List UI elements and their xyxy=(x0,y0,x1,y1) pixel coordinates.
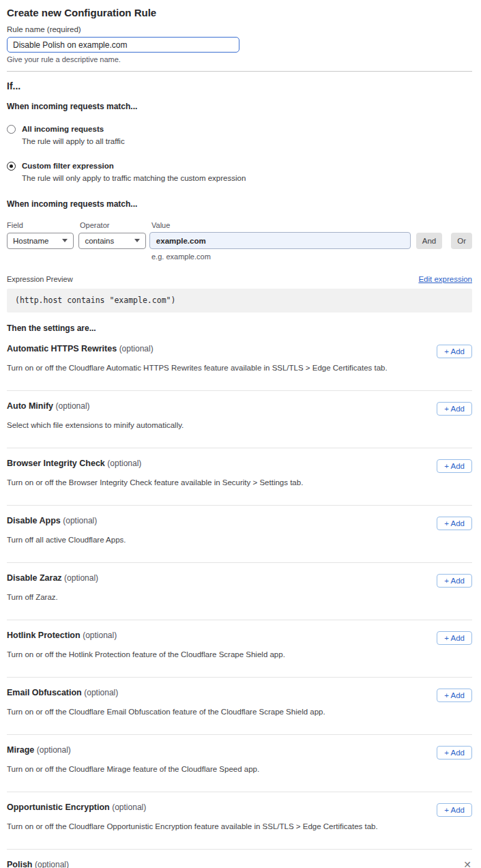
operator-select[interactable]: contains xyxy=(78,233,145,249)
then-settings-heading: Then the settings are... xyxy=(7,323,472,334)
expression-preview-label: Expression Preview xyxy=(7,275,73,283)
setting-description: Turn on or off the Cloudflare Opportunis… xyxy=(7,822,472,831)
setting-title: Browser Integrity Check (optional) xyxy=(7,458,141,469)
setting-description: Turn on or off the Cloudflare Automatic … xyxy=(7,363,472,373)
setting-polish: Polish (optional) ✕ Change the settings … xyxy=(7,850,472,868)
setting-name: Mirage xyxy=(7,745,34,755)
field-label: Field xyxy=(7,221,80,229)
expression-preview-code: (http.host contains "example.com") xyxy=(7,289,472,313)
setting-optional-tag: (optional) xyxy=(64,573,98,583)
add-setting-button[interactable]: + Add xyxy=(437,689,472,702)
setting-optional-tag: (optional) xyxy=(119,344,154,353)
value-helper: e.g. example.com xyxy=(151,252,472,261)
value-input[interactable] xyxy=(149,232,411,249)
settings-list: Automatic HTTPS Rewrites (optional) + Ad… xyxy=(7,334,472,850)
setting-title: Email Obfuscation (optional) xyxy=(7,687,118,698)
incoming-requests-match-heading: When incoming requests match... xyxy=(7,102,472,112)
add-setting-button[interactable]: + Add xyxy=(437,631,472,645)
operator-label: Operator xyxy=(80,221,151,229)
expression-preview-row: Expression Preview Edit expression xyxy=(7,275,472,283)
setting-optional-tag: (optional) xyxy=(35,860,69,868)
setting-title: Disable Zaraz (optional) xyxy=(7,573,98,583)
expression-builder-row: Hostname contains And Or xyxy=(7,232,472,249)
add-setting-button[interactable]: + Add xyxy=(437,345,472,358)
setting-row: Email Obfuscation (optional) + Add Turn … xyxy=(7,678,472,735)
setting-row: Mirage (optional) + Add Turn on or off t… xyxy=(7,735,472,792)
setting-description: Turn on or off the Hotlink Protection fe… xyxy=(7,650,472,659)
setting-optional-tag: (optional) xyxy=(84,688,118,697)
setting-row: Opportunistic Encryption (optional) + Ad… xyxy=(7,792,472,850)
setting-description: Turn off Zaraz. xyxy=(7,592,472,602)
setting-row: Disable Zaraz (optional) + Add Turn off … xyxy=(7,563,472,620)
radio-button-icon[interactable] xyxy=(7,125,16,134)
setting-row: Auto Minify (optional) + Add Select whic… xyxy=(7,391,472,448)
add-setting-button[interactable]: + Add xyxy=(437,803,472,817)
expression-builder-heading: When incoming requests match... xyxy=(7,199,472,209)
setting-description: Turn on or off the Cloudflare Mirage fea… xyxy=(7,764,472,774)
setting-name: Polish xyxy=(7,860,33,868)
rule-name-label: Rule name (required) xyxy=(7,25,472,34)
setting-name: Auto Minify xyxy=(7,401,53,411)
operator-select-value: contains xyxy=(85,237,114,245)
setting-title: Auto Minify (optional) xyxy=(7,401,90,411)
setting-name: Disable Apps xyxy=(7,516,61,525)
setting-title: Mirage (optional) xyxy=(7,744,71,755)
page-title: Create new Configuration Rule xyxy=(7,6,472,19)
setting-title: Automatic HTTPS Rewrites (optional) xyxy=(7,343,154,354)
setting-title: Opportunistic Encryption (optional) xyxy=(7,802,146,813)
chevron-down-icon xyxy=(134,239,140,242)
radio-option-description: The rule will only apply to traffic matc… xyxy=(22,173,246,183)
field-select[interactable]: Hostname xyxy=(7,233,74,249)
expression-builder-labels: Field Operator Value xyxy=(7,221,472,229)
setting-optional-tag: (optional) xyxy=(107,459,141,468)
rule-name-helper: Give your rule a descriptive name. xyxy=(7,55,472,64)
setting-description: Select which file extensions to minify a… xyxy=(7,420,472,430)
radio-option-label: Custom filter expression xyxy=(22,161,246,171)
radio-option-custom-filter-expression[interactable]: Custom filter expression The rule will o… xyxy=(7,161,472,183)
setting-optional-tag: (optional) xyxy=(83,631,117,640)
and-button[interactable]: And xyxy=(416,233,442,249)
edit-expression-link[interactable]: Edit expression xyxy=(418,275,472,283)
or-button[interactable]: Or xyxy=(451,233,472,249)
setting-name: Opportunistic Encryption xyxy=(7,802,110,812)
setting-description: Turn off all active Cloudflare Apps. xyxy=(7,535,472,545)
setting-optional-tag: (optional) xyxy=(37,745,71,755)
setting-description: Turn on or off the Browser Integrity Che… xyxy=(7,478,472,487)
add-setting-button[interactable]: + Add xyxy=(437,459,472,473)
create-configuration-rule-page: Create new Configuration Rule Rule name … xyxy=(0,0,481,868)
setting-row: Automatic HTTPS Rewrites (optional) + Ad… xyxy=(7,334,472,391)
add-setting-button[interactable]: + Add xyxy=(437,574,472,588)
setting-title: Hotlink Protection (optional) xyxy=(7,630,117,641)
setting-row: Disable Apps (optional) + Add Turn off a… xyxy=(7,506,472,563)
setting-name: Hotlink Protection xyxy=(7,631,81,640)
rule-name-input[interactable] xyxy=(7,37,239,53)
setting-optional-tag: (optional) xyxy=(56,401,90,411)
radio-button-icon[interactable] xyxy=(7,162,16,171)
radio-option-label: All incoming requests xyxy=(22,124,125,134)
add-setting-button[interactable]: + Add xyxy=(437,402,472,416)
field-select-value: Hostname xyxy=(13,237,48,245)
setting-optional-tag: (optional) xyxy=(112,802,146,812)
add-setting-button[interactable]: + Add xyxy=(437,746,472,760)
setting-description: Turn on or off the Cloudflare Email Obfu… xyxy=(7,707,472,717)
setting-name: Disable Zaraz xyxy=(7,573,62,583)
close-icon[interactable]: ✕ xyxy=(463,860,472,868)
radio-option-description: The rule will apply to all traffic xyxy=(22,136,125,146)
setting-title: Polish (optional) xyxy=(7,859,69,868)
setting-row: Browser Integrity Check (optional) + Add… xyxy=(7,448,472,506)
setting-title: Disable Apps (optional) xyxy=(7,515,97,526)
setting-optional-tag: (optional) xyxy=(63,516,97,525)
setting-name: Email Obfuscation xyxy=(7,688,82,697)
section-divider xyxy=(7,71,472,72)
value-label: Value xyxy=(151,221,170,229)
setting-name: Automatic HTTPS Rewrites xyxy=(7,344,117,353)
setting-row: Hotlink Protection (optional) + Add Turn… xyxy=(7,620,472,678)
if-heading: If... xyxy=(7,80,472,92)
chevron-down-icon xyxy=(62,239,68,242)
add-setting-button[interactable]: + Add xyxy=(437,517,472,530)
setting-name: Browser Integrity Check xyxy=(7,459,105,468)
radio-option-all-incoming-requests[interactable]: All incoming requests The rule will appl… xyxy=(7,124,472,146)
